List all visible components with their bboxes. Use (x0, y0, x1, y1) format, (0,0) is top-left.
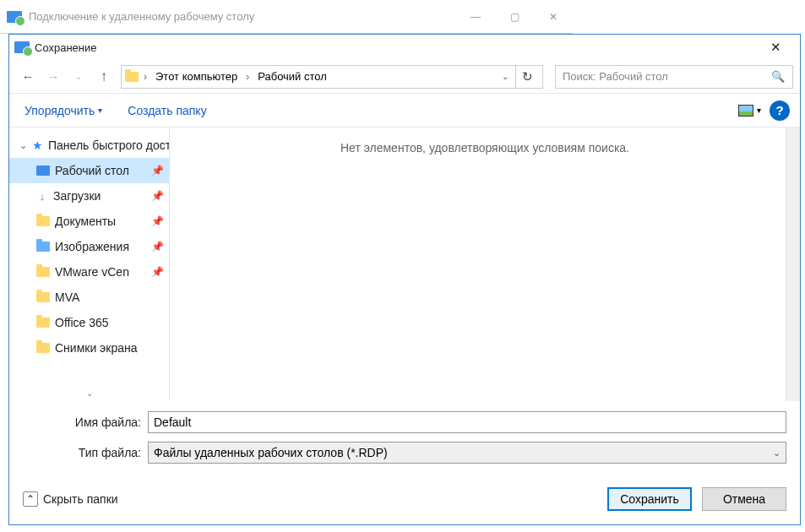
pin-icon: 📌 (151, 241, 164, 252)
dialog-titlebar: Сохранение ✕ (9, 35, 800, 60)
tree-item-label: Снимки экрана (55, 341, 137, 355)
up-button[interactable]: ↑ (92, 65, 116, 89)
search-box[interactable]: 🔍 (555, 65, 793, 89)
close-button[interactable]: ✕ (756, 35, 795, 60)
tree-item-mva[interactable]: MVA (9, 285, 169, 310)
address-bar[interactable]: › Этот компьютер › Рабочий стол ⌄ ↻ (121, 65, 543, 89)
dialog-footer: ⌃ Скрыть папки Сохранить Отмена (9, 477, 800, 524)
rdp-icon (7, 11, 22, 23)
pin-icon: 📌 (151, 215, 164, 227)
chevron-right-icon[interactable]: › (241, 71, 254, 83)
chevron-down-icon[interactable]: ⌄ (19, 140, 27, 151)
chevron-up-icon: ⌃ (23, 491, 38, 507)
star-icon: ★ (32, 138, 43, 152)
tree-item-documents[interactable]: Документы 📌 (9, 209, 169, 234)
new-folder-button[interactable]: Создать папку (122, 100, 211, 121)
tree-item-label: VMware vCen (55, 265, 129, 279)
navigation-tree[interactable]: ⌄ ★ Панель быстрого доступа Рабочий стол… (9, 128, 170, 401)
tree-quick-access[interactable]: ⌄ ★ Панель быстрого доступа (9, 133, 169, 158)
tree-quick-access-label: Панель быстрого доступа (48, 138, 169, 152)
chevron-down-icon: ⌄ (773, 448, 781, 459)
save-dialog: Сохранение ✕ ← → ⌄ ↑ › Этот компьютер › … (8, 34, 801, 525)
close-icon[interactable]: ✕ (534, 4, 573, 30)
folder-icon (125, 72, 139, 82)
folder-icon (36, 216, 50, 226)
navigation-bar: ← → ⌄ ↑ › Этот компьютер › Рабочий стол … (9, 60, 800, 94)
parent-window-titlebar: Подключение к удаленному рабочему столу … (0, 0, 573, 34)
tree-item-office365[interactable]: Office 365 (9, 310, 169, 335)
chevron-down-icon[interactable]: ⌄ (86, 388, 93, 398)
recent-dropdown[interactable]: ⌄ (67, 65, 90, 89)
minimize-icon[interactable]: — (456, 4, 495, 30)
file-list-area[interactable]: Нет элементов, удовлетворяющих условиям … (170, 128, 800, 401)
tree-item-desktop[interactable]: Рабочий стол 📌 (9, 158, 169, 183)
view-mode-button[interactable]: ▾ (734, 100, 764, 121)
tree-item-label: Изображения (55, 240, 129, 253)
downloads-icon: ↓ (36, 190, 48, 202)
tree-item-downloads[interactable]: ↓ Загрузки 📌 (9, 183, 169, 209)
tree-item-pictures[interactable]: Изображения 📌 (9, 234, 169, 259)
breadcrumb-root[interactable]: Этот компьютер (152, 68, 241, 85)
cancel-button[interactable]: Отмена (702, 487, 786, 511)
search-input[interactable] (561, 69, 769, 84)
folder-icon (36, 242, 50, 252)
parent-window-title: Подключение к удаленному рабочему столу (29, 10, 254, 23)
organize-menu[interactable]: Упорядочить ▾ (19, 100, 107, 121)
new-folder-label: Создать папку (128, 104, 206, 117)
tree-item-vmware[interactable]: VMware vCen 📌 (9, 259, 169, 285)
tree-item-label: MVA (55, 290, 79, 304)
organize-label: Упорядочить (24, 104, 95, 117)
back-button[interactable]: ← (16, 65, 40, 89)
parent-window-controls: — ▢ ✕ (456, 4, 573, 30)
chevron-down-icon: ▾ (98, 106, 102, 115)
filetype-label: Тип файла: (23, 446, 148, 459)
folder-icon (36, 318, 50, 328)
folder-icon (36, 343, 50, 353)
breadcrumb-current[interactable]: Рабочий стол (254, 68, 330, 85)
pin-icon: 📌 (151, 266, 164, 278)
filetype-combo[interactable]: Файлы удаленных рабочих столов (*.RDP) ⌄ (148, 442, 786, 464)
help-button[interactable]: ? (770, 100, 790, 121)
folder-icon (36, 267, 50, 277)
pin-icon: 📌 (151, 165, 164, 176)
toolbar: Упорядочить ▾ Создать папку ▾ ? (9, 94, 800, 128)
tree-item-label: Office 365 (55, 316, 109, 329)
empty-state-message: Нет элементов, удовлетворяющих условиям … (340, 141, 629, 155)
tree-item-label: Рабочий стол (55, 164, 129, 177)
view-icon (738, 105, 753, 117)
tree-item-label: Загрузки (53, 189, 101, 203)
filename-label: Имя файла: (23, 415, 148, 429)
chevron-down-icon: ▾ (757, 106, 761, 115)
save-fields: Имя файла: Тип файла: Файлы удаленных ра… (9, 401, 800, 477)
folder-icon (36, 292, 50, 302)
chevron-down-icon[interactable]: ⌄ (498, 72, 512, 81)
scrollbar[interactable] (786, 128, 800, 401)
desktop-icon (36, 166, 50, 176)
refresh-button[interactable]: ↻ (515, 65, 539, 89)
chevron-right-icon[interactable]: › (139, 71, 152, 83)
rdp-icon (14, 41, 30, 53)
filetype-value: Файлы удаленных рабочих столов (*.RDP) (154, 446, 388, 459)
forward-button: → (41, 65, 65, 89)
hide-folders-link[interactable]: ⌃ Скрыть папки (23, 491, 118, 507)
dialog-title: Сохранение (35, 41, 97, 54)
hide-folders-label: Скрыть папки (43, 492, 118, 506)
tree-item-label: Документы (55, 214, 116, 228)
tree-item-screenshots[interactable]: Снимки экрана (9, 335, 169, 361)
body-area: ⌄ ★ Панель быстрого доступа Рабочий стол… (9, 128, 800, 401)
search-icon[interactable]: 🔍 (769, 70, 787, 83)
save-button[interactable]: Сохранить (607, 487, 692, 511)
maximize-icon[interactable]: ▢ (495, 4, 534, 30)
pin-icon: 📌 (151, 190, 164, 202)
filename-input[interactable] (148, 411, 786, 433)
